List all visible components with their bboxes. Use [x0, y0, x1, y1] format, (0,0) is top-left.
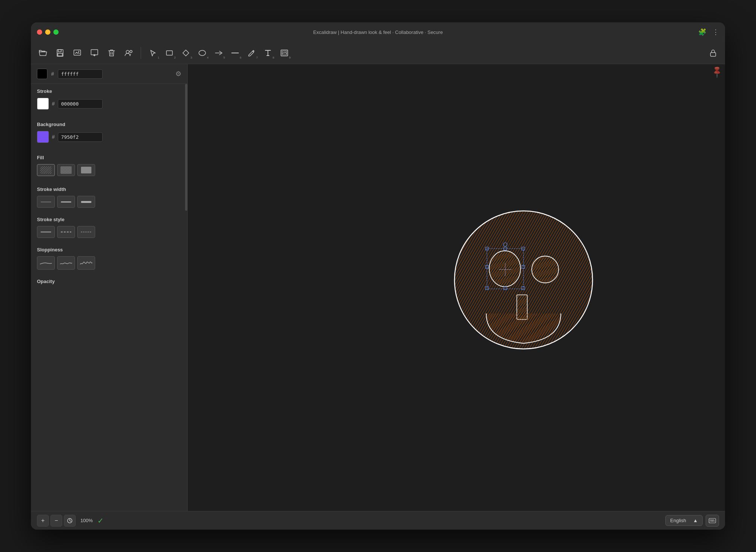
sloppiness-label: Sloppiness: [37, 247, 181, 253]
maximize-button[interactable]: [53, 29, 59, 35]
svg-point-36: [532, 256, 559, 283]
language-arrow-icon: ▲: [693, 518, 698, 523]
language-label: English: [670, 518, 686, 523]
status-icon: ✓: [97, 516, 104, 525]
quick-color-bar: # ⚙: [31, 64, 187, 84]
collaborate-button[interactable]: [121, 46, 136, 60]
svg-rect-12: [710, 53, 716, 56]
gear-icon[interactable]: ⚙: [175, 70, 181, 78]
opacity-label: Opacity: [37, 279, 181, 284]
traffic-lights: [37, 29, 59, 35]
svg-point-7: [130, 50, 132, 53]
select-tool[interactable]: 1: [146, 46, 160, 60]
app-window: Excalidraw | Hand-drawn look & feel · Co…: [31, 22, 725, 530]
tool-number-6: 6: [240, 56, 241, 59]
zoom-reset-button[interactable]: [64, 515, 76, 527]
stroke-width-options: [37, 196, 181, 208]
delete-button[interactable]: [104, 46, 119, 60]
quick-color-swatch[interactable]: [37, 69, 47, 79]
pencil-tool[interactable]: 7: [244, 46, 259, 60]
stroke-hash: #: [52, 101, 55, 107]
toolbar-center: 1 2 3: [146, 46, 292, 60]
lock-button[interactable]: [706, 46, 721, 60]
rectangle-tool[interactable]: 2: [162, 46, 177, 60]
background-color-swatch[interactable]: [37, 131, 49, 143]
main-content: # ⚙ Stroke #: [31, 64, 725, 511]
quick-color-input[interactable]: [58, 69, 103, 79]
toolbar: 1 2 3: [31, 42, 725, 64]
menu-icon[interactable]: ⋮: [712, 28, 719, 36]
tool-number-7: 7: [256, 56, 258, 59]
background-section: Background #: [31, 117, 187, 150]
line-tool[interactable]: 6: [228, 46, 243, 60]
canvas-area[interactable]: 📌: [188, 64, 725, 511]
zoom-out-button[interactable]: −: [50, 515, 62, 527]
zoom-plus-icon: +: [41, 517, 44, 524]
tool-number-8: 8: [273, 56, 274, 59]
extensions-icon[interactable]: 🧩: [698, 28, 706, 36]
minimize-button[interactable]: [45, 29, 50, 35]
stroke-style-dotted[interactable]: [77, 226, 95, 238]
fill-hatch-button[interactable]: [37, 164, 55, 176]
close-button[interactable]: [37, 29, 42, 35]
zoom-in-button[interactable]: +: [37, 515, 49, 527]
background-color-input[interactable]: [58, 132, 103, 142]
pin-icon: 📌: [710, 65, 724, 79]
background-hash: #: [52, 134, 55, 140]
save-button[interactable]: [53, 46, 68, 60]
sloppiness-medium[interactable]: [57, 256, 75, 270]
svg-rect-2: [58, 53, 62, 56]
tool-number-4: 4: [207, 56, 209, 59]
stroke-width-section: Stroke width: [31, 182, 187, 212]
sloppiness-low[interactable]: [37, 256, 55, 270]
stroke-width-thin[interactable]: [37, 196, 55, 208]
export-image-button[interactable]: [70, 46, 85, 60]
language-selector[interactable]: English ▲: [665, 515, 703, 526]
fill-label: Fill: [37, 155, 181, 160]
bottom-right: English ▲: [665, 515, 719, 527]
stroke-style-options: [37, 226, 181, 238]
properties-panel: Stroke # Background #: [31, 84, 187, 511]
stroke-label: Stroke: [37, 88, 181, 94]
export-button[interactable]: [87, 46, 102, 60]
stroke-style-solid[interactable]: [37, 226, 55, 238]
text-tool[interactable]: 8: [260, 46, 275, 60]
sloppiness-high[interactable]: [77, 256, 95, 270]
svg-rect-14: [40, 166, 51, 174]
fill-solid-button[interactable]: [77, 164, 95, 176]
stroke-style-label: Stroke style: [37, 217, 181, 222]
titlebar-right: 🧩 ⋮: [698, 28, 719, 36]
keyboard-button[interactable]: [706, 515, 719, 527]
fill-crosshatch-button[interactable]: [57, 164, 75, 176]
fill-options: [37, 164, 181, 176]
stroke-section: Stroke #: [31, 84, 187, 117]
stroke-color-row: #: [37, 98, 181, 110]
fill-section: Fill: [31, 150, 187, 182]
stroke-style-section: Stroke style: [31, 212, 187, 242]
opacity-section: Opacity: [31, 274, 187, 292]
svg-rect-5: [91, 50, 98, 55]
open-button[interactable]: [35, 46, 50, 60]
stroke-color-input[interactable]: [58, 99, 103, 109]
ellipse-tool[interactable]: 4: [195, 46, 210, 60]
stroke-style-dashed[interactable]: [57, 226, 75, 238]
sloppiness-section: Sloppiness: [31, 242, 187, 274]
svg-rect-8: [166, 51, 172, 55]
tool-number-1: 1: [158, 56, 159, 59]
tool-number-9: 9: [289, 56, 291, 59]
stroke-width-medium[interactable]: [57, 196, 75, 208]
svg-point-4: [78, 51, 79, 52]
stroke-width-thick[interactable]: [77, 196, 95, 208]
stroke-color-swatch[interactable]: [37, 98, 49, 110]
zoom-level: 100%: [77, 518, 96, 523]
arrow-tool[interactable]: 5: [211, 46, 226, 60]
hash-symbol: #: [51, 71, 54, 77]
toolbar-divider: [141, 47, 141, 59]
svg-point-25: [489, 251, 521, 287]
titlebar: Excalidraw | Hand-drawn look & feel · Co…: [31, 22, 725, 42]
diamond-tool[interactable]: 3: [178, 46, 193, 60]
image-tool[interactable]: 9: [277, 46, 292, 60]
svg-rect-17: [60, 166, 72, 174]
toolbar-left: [35, 46, 136, 60]
svg-rect-41: [709, 518, 716, 523]
